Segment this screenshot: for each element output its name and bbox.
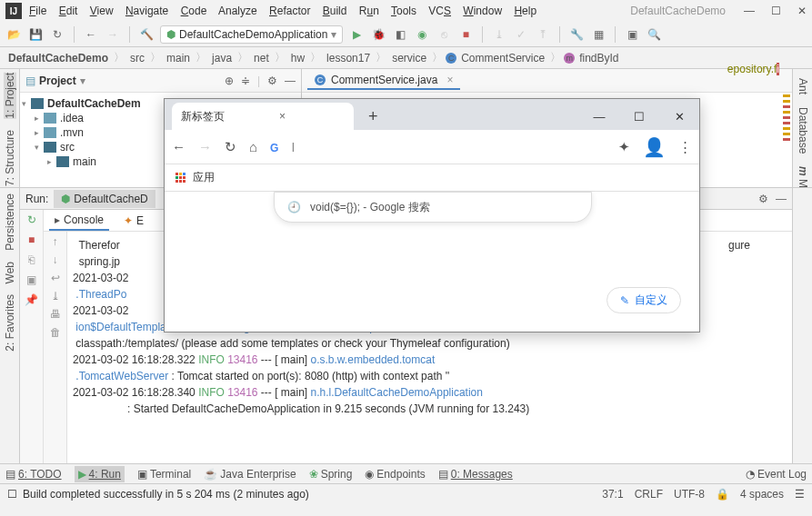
wrap-icon[interactable]: ↩ — [51, 272, 60, 284]
target-icon[interactable]: ⊕ — [225, 74, 234, 87]
print-icon[interactable]: 🖶 — [50, 308, 61, 321]
terminal-tab[interactable]: ▣ Terminal — [137, 468, 191, 481]
indent[interactable]: 4 spaces — [740, 488, 784, 501]
hide-icon[interactable]: — — [285, 74, 296, 87]
maximize-icon[interactable]: ☐ — [771, 5, 781, 17]
save-icon[interactable]: 💾 — [27, 26, 44, 43]
hide-icon[interactable]: — — [776, 193, 787, 205]
spring-tab[interactable]: ❀ Spring — [309, 468, 353, 481]
javaee-tab[interactable]: ☕ Java Enterprise — [204, 468, 296, 481]
stop-icon[interactable]: ■ — [457, 26, 474, 43]
menu-analyze[interactable]: Analyze — [218, 5, 257, 17]
refresh-icon[interactable]: ↻ — [49, 26, 65, 43]
stop-icon[interactable]: ■ — [28, 233, 35, 246]
menu-vcs[interactable]: VCS — [428, 5, 451, 17]
chrome-tab[interactable]: 新标签页 × — [172, 103, 354, 130]
messages-tab[interactable]: ▤ 0: Messages — [438, 468, 513, 481]
crumb[interactable]: CommentService — [458, 52, 547, 64]
crumb-root[interactable]: DefaultCacheDemo — [5, 52, 111, 64]
crumb[interactable]: service — [389, 52, 429, 64]
menu-code[interactable]: Code — [181, 5, 207, 17]
todo-tab[interactable]: ▤ 6: TODO — [5, 468, 62, 481]
clear-icon[interactable]: 🗑 — [50, 326, 61, 339]
tab-database[interactable]: Database — [797, 107, 809, 154]
apps-icon[interactable] — [175, 173, 185, 183]
git-push-icon[interactable]: ⤒ — [535, 26, 551, 43]
scroll-icon[interactable]: ⤓ — [51, 290, 60, 303]
encoding[interactable]: UTF-8 — [674, 488, 705, 501]
back-icon[interactable]: ← — [172, 139, 185, 154]
menu-tools[interactable]: Tools — [391, 5, 416, 17]
crumb[interactable]: lesson17 — [324, 52, 373, 64]
expand-icon[interactable]: ≑ — [241, 74, 250, 87]
customize-button[interactable]: ✎ 自定义 — [606, 287, 681, 313]
run-tab[interactable]: ⬢DefaultCacheD — [54, 190, 155, 208]
chrome-maximize-icon[interactable]: ☐ — [619, 103, 659, 130]
gear-icon[interactable]: ⚙ — [758, 193, 768, 205]
attach-icon[interactable]: ⎋ — [436, 26, 452, 43]
menu-window[interactable]: Window — [463, 5, 502, 17]
crumb[interactable]: hw — [288, 52, 307, 64]
crumb[interactable]: java — [209, 52, 235, 64]
ide-icon[interactable]: ▣ — [624, 26, 640, 43]
close-tab-icon[interactable]: × — [446, 74, 453, 86]
menu-icon[interactable]: ⋮ — [678, 139, 692, 155]
menu-view[interactable]: View — [90, 5, 114, 17]
menu-build[interactable]: Build — [323, 5, 347, 17]
reload-icon[interactable]: ↻ — [225, 139, 236, 155]
apps-label[interactable]: 应用 — [193, 170, 215, 185]
search-icon[interactable]: 🔍 — [646, 26, 662, 43]
menu-navigate[interactable]: Navigate — [125, 5, 168, 17]
pin-icon[interactable]: 📌 — [25, 293, 38, 306]
profile-icon[interactable]: ◉ — [414, 26, 430, 43]
build-icon[interactable]: 🔨 — [138, 26, 155, 43]
gear-icon[interactable]: ⚙ — [267, 74, 277, 87]
git-pull-icon[interactable]: ⤓ — [491, 26, 507, 43]
up-icon[interactable]: ↑ — [53, 235, 58, 248]
minimize-icon[interactable]: — — [744, 5, 755, 17]
close-tab-icon[interactable]: × — [279, 110, 286, 123]
structure-icon[interactable]: ▦ — [590, 26, 606, 43]
profile-icon[interactable]: 👤 — [643, 136, 666, 158]
open-icon[interactable]: 📂 — [5, 26, 22, 43]
back-icon[interactable]: ← — [83, 26, 99, 43]
error-stripe[interactable] — [783, 94, 790, 176]
crumb[interactable]: src — [127, 52, 147, 64]
chrome-close-icon[interactable]: ✕ — [659, 103, 699, 130]
caret-pos[interactable]: 37:1 — [602, 488, 623, 501]
tab-favorites[interactable]: 2: Favorites — [4, 294, 16, 352]
eventlog-tab[interactable]: ◔ Event Log — [746, 468, 807, 481]
menu-run[interactable]: Run — [359, 5, 379, 17]
status-icon[interactable]: ☐ — [7, 488, 17, 501]
mem-icon[interactable]: ☰ — [795, 488, 805, 501]
settings-icon[interactable]: 🔧 — [568, 26, 585, 43]
address-bar[interactable] — [291, 134, 606, 160]
run-config-dropdown[interactable]: ⬢ DefaultCacheDemoApplication ▾ — [160, 25, 343, 44]
menu-edit[interactable]: Edit — [59, 5, 78, 17]
run-tab-bottom[interactable]: ▶ 4: Run — [75, 466, 125, 482]
coverage-icon[interactable]: ◧ — [392, 26, 408, 43]
debug-icon[interactable]: 🐞 — [370, 26, 386, 43]
line-sep[interactable]: CRLF — [635, 488, 663, 501]
new-tab-icon[interactable]: + — [361, 104, 386, 130]
editor-tab[interactable]: C CommentService.java × — [307, 72, 460, 90]
forward-icon[interactable]: → — [105, 26, 121, 43]
console-tab[interactable]: ▸Console — [49, 211, 109, 231]
menu-help[interactable]: Help — [514, 5, 536, 17]
search-suggestion[interactable]: 🕘 void($={}); - Google 搜索 — [274, 192, 592, 223]
tab-web[interactable]: Web — [4, 262, 16, 283]
endpoints-tab-bottom[interactable]: ◉ Endpoints — [365, 468, 425, 481]
crumb[interactable]: net — [251, 52, 272, 64]
menu-file[interactable]: FFileile — [29, 5, 46, 17]
extensions-icon[interactable]: ✦ — [618, 139, 630, 155]
readonly-icon[interactable]: 🔒 — [716, 488, 729, 501]
tab-persistence[interactable]: Persistence — [4, 194, 16, 251]
tab-project[interactable]: 1: Project — [4, 73, 16, 119]
run-icon[interactable]: ▶ — [348, 26, 365, 43]
menu-refactor[interactable]: Refactor — [269, 5, 310, 17]
exit-icon[interactable]: ⎗ — [28, 253, 35, 266]
forward-icon[interactable]: → — [198, 139, 212, 154]
down-icon[interactable]: ↓ — [53, 253, 58, 266]
rerun-icon[interactable]: ↻ — [27, 213, 36, 226]
chrome-minimize-icon[interactable]: — — [579, 103, 619, 130]
